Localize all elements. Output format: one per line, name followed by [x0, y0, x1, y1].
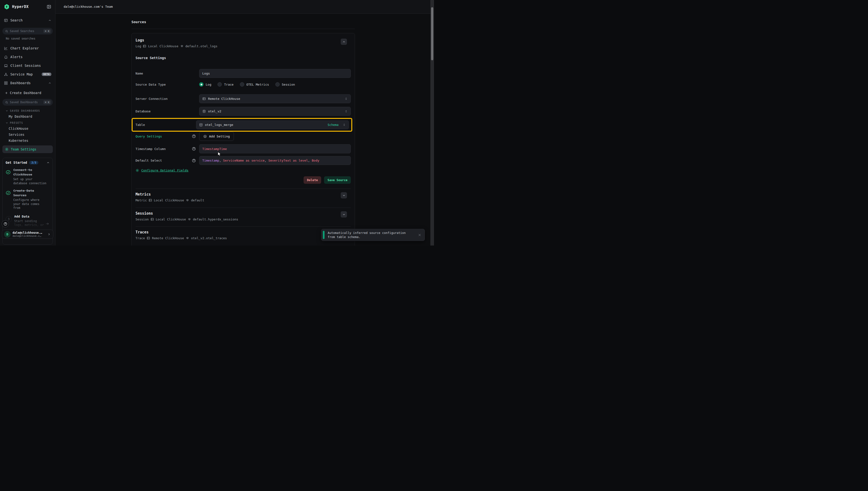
hyperdx-app: HyperDX Search ⌘ K No saved searches [0, 0, 434, 246]
gear-icon [5, 147, 9, 151]
collapse-logs-button[interactable] [341, 38, 347, 45]
plus-circle-icon [203, 135, 207, 138]
delete-button[interactable]: Delete [304, 176, 321, 184]
dashboard-link-label: My Dashboard [9, 115, 32, 118]
schema-button[interactable]: Schema [328, 123, 338, 126]
sidebar-item-client-sessions[interactable]: Client Sessions [2, 61, 53, 70]
scrollbar-track[interactable] [430, 0, 434, 246]
logs-subtitle: Log Local ClickHouse default.otel_logs [136, 44, 351, 48]
radio-trace[interactable]: Trace [217, 82, 233, 87]
add-setting-button[interactable]: Add Setting [199, 132, 234, 141]
sidebar-collapse-icon[interactable] [47, 4, 51, 9]
name-input[interactable] [202, 71, 348, 75]
sidebar-item-team-settings[interactable]: Team Settings [2, 145, 53, 153]
presets-header[interactable]: PRESETS [2, 120, 53, 125]
saved-searches-input[interactable] [10, 29, 42, 33]
expand-metrics-button[interactable] [341, 192, 347, 199]
dashboards-grid-icon [4, 81, 8, 85]
saved-dashboards-input[interactable] [10, 100, 42, 104]
get-started-step-add-data[interactable]: 3 Add Data Start sending logs, metrics, … [5, 214, 50, 231]
radio-icon [217, 82, 222, 87]
server-icon [149, 199, 152, 202]
section-header-label: SAVED DASHBOARDS [10, 109, 40, 112]
sidebar-item-preset-services[interactable]: Services [2, 132, 53, 138]
save-source-button[interactable]: Save Source [324, 176, 351, 184]
sidebar-item-dashboards[interactable]: Dashboards [2, 79, 53, 87]
chevron-down-icon [342, 213, 346, 216]
sessions-section: Sessions Session Local ClickHouse defa [136, 211, 351, 221]
question-circle-icon[interactable] [192, 147, 196, 151]
check-circle-icon [5, 190, 11, 196]
chevron-up-icon [48, 19, 51, 22]
sidebar-item-label: Client Sessions [10, 64, 41, 67]
get-started-step-sources[interactable]: Create Data Sources Configure where your… [5, 189, 50, 210]
sidebar-item-preset-clickhouse[interactable]: ClickHouse [2, 125, 53, 132]
sidebar-item-preset-kubernetes[interactable]: Kubernetes [2, 138, 53, 144]
traces-title: Traces [136, 230, 351, 235]
sidebar-item-label: Dashboards [10, 81, 31, 85]
sidebar-item-chart-explorer[interactable]: Chart Explorer [2, 44, 53, 53]
name-input-wrap [199, 69, 351, 78]
server-connection-row: Server Connection Remote ClickHouse [136, 94, 351, 103]
step-title: Add Data [14, 214, 49, 219]
sidebar-item-alerts[interactable]: Alerts [2, 53, 53, 61]
help-button[interactable] [2, 220, 9, 227]
timestamp-column-row: Timestamp Column TimestampTime [136, 144, 351, 153]
page-title: Sources [131, 20, 146, 24]
chevron-up-icon [47, 161, 50, 164]
shortcut-badge: ⌘ K [43, 29, 51, 33]
sidebar-item-my-dashboard[interactable]: My Dashboard [2, 113, 53, 119]
plus-icon [5, 91, 8, 94]
table-row-highlight: Table otel_logs_merge Schema [132, 118, 352, 132]
default-select-input[interactable]: Timestamp, ServiceName as service, Sever… [199, 156, 351, 165]
get-started-step-connect[interactable]: Connect to ClickHouse Set up your databa… [5, 168, 50, 185]
toast-notification: Automatically inferred source configurat… [321, 229, 425, 241]
create-dashboard-button[interactable]: Create Dashboard [2, 89, 53, 97]
table-select[interactable]: otel_logs_merge Schema [196, 120, 349, 129]
default-select-label: Default Select [136, 159, 162, 162]
progress-badge: 2/3 [29, 161, 38, 165]
radio-otel-metrics[interactable]: OTEL Metrics [240, 82, 269, 87]
selected-value: Remote ClickHouse [208, 97, 240, 100]
server-connection-select[interactable]: Remote ClickHouse [199, 94, 351, 103]
divider [131, 29, 355, 29]
question-circle-icon[interactable] [192, 158, 196, 163]
timestamp-input[interactable]: TimestampTime [199, 144, 351, 153]
close-icon[interactable] [418, 233, 421, 237]
create-dashboard-label: Create Dashboard [10, 91, 41, 95]
get-started-title: Get Started [5, 161, 27, 165]
default-select-row: Default Select Timestamp, ServiceName as… [136, 156, 351, 165]
scrollbar-thumb[interactable] [431, 7, 433, 60]
query-settings-label: Query Settings [136, 135, 162, 138]
sidebar-item-service-map[interactable]: Service Map BETA [2, 70, 53, 79]
question-circle-icon[interactable] [192, 134, 196, 138]
unfold-chevrons-icon [342, 123, 346, 126]
beta-badge: BETA [42, 73, 51, 76]
query-settings-row: Query Settings Add Setting [136, 132, 351, 141]
radio-log[interactable]: Log [199, 82, 211, 87]
user-profile-button[interactable]: D dale@clickhouse.… dale@clickhouse.c… [2, 230, 53, 239]
form-actions: Delete Save Source [136, 176, 351, 184]
divider [136, 189, 351, 189]
search-icon [5, 30, 8, 33]
metrics-title: Metrics [136, 192, 351, 197]
saved-searches-input-wrap: ⌘ K [2, 28, 53, 34]
table-grid-icon [199, 123, 203, 126]
database-select[interactable]: otel_v2 [199, 107, 351, 116]
step-title: Connect to ClickHouse [13, 168, 48, 177]
source-data-type-label: Source Data Type [136, 83, 166, 86]
unfold-chevrons-icon [345, 110, 348, 113]
get-started-header[interactable]: Get Started 2/3 [5, 161, 50, 165]
layers-icon [186, 199, 189, 202]
server-icon [202, 97, 206, 100]
preset-link-label: Services [9, 133, 24, 137]
sidebar-item-search[interactable]: Search [2, 17, 53, 24]
layers-icon [180, 45, 184, 48]
expand-sessions-button[interactable] [341, 211, 347, 218]
traces-subtitle: Trace Remote ClickHouse otel_v2.otel_tra… [136, 236, 351, 240]
radio-session[interactable]: Session [275, 82, 295, 87]
saved-dashboards-header[interactable]: SAVED DASHBOARDS [2, 108, 53, 113]
sidebar-item-label: Alerts [10, 55, 23, 59]
configure-optional-fields-link[interactable]: Configure Optional Fields [136, 168, 351, 172]
no-saved-searches-note: No saved searches [6, 37, 53, 40]
